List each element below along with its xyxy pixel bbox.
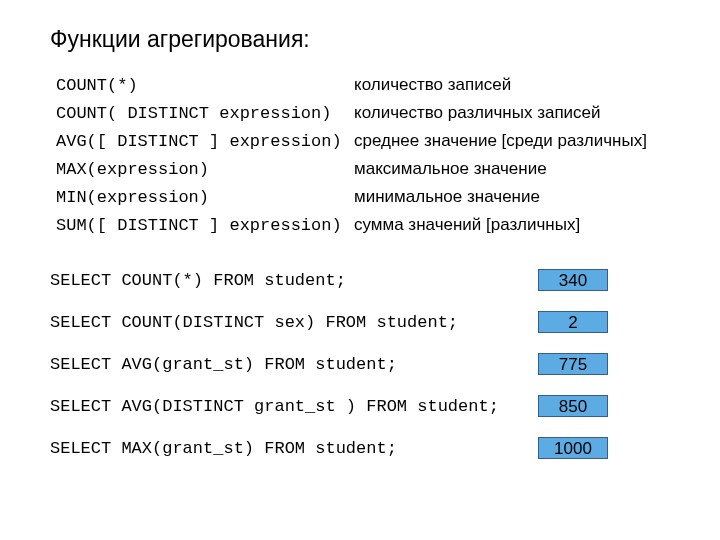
table-row: COUNT(*) количество записей — [56, 71, 647, 99]
table-row: MIN(expression) минимальное значение — [56, 183, 647, 211]
function-description: количество записей — [354, 71, 647, 99]
function-description: максимальное значение — [354, 155, 647, 183]
function-signature: MAX(expression) — [56, 155, 354, 183]
table-row: SUM([ DISTINCT ] expression) сумма значе… — [56, 211, 647, 239]
sql-query: SELECT AVG(DISTINCT grant_st ) FROM stud… — [50, 397, 538, 416]
function-signature: COUNT(*) — [56, 71, 354, 99]
query-row: SELECT COUNT(*) FROM student; 340 — [50, 269, 720, 291]
page-title: Функции агрегирования: — [50, 26, 720, 53]
sql-query: SELECT COUNT(*) FROM student; — [50, 271, 538, 290]
sql-query: SELECT COUNT(DISTINCT sex) FROM student; — [50, 313, 538, 332]
query-row: SELECT MAX(grant_st) FROM student; 1000 — [50, 437, 720, 459]
query-result: 340 — [538, 269, 608, 291]
function-description: сумма значений [различных] — [354, 211, 647, 239]
function-description: количество различных записей — [354, 99, 647, 127]
function-description: среднее значение [среди различных] — [354, 127, 647, 155]
table-row: AVG([ DISTINCT ] expression) среднее зна… — [56, 127, 647, 155]
query-row: SELECT AVG(DISTINCT grant_st ) FROM stud… — [50, 395, 720, 417]
function-signature: MIN(expression) — [56, 183, 354, 211]
query-result: 775 — [538, 353, 608, 375]
query-result: 2 — [538, 311, 608, 333]
function-signature: SUM([ DISTINCT ] expression) — [56, 211, 354, 239]
sql-query: SELECT AVG(grant_st) FROM student; — [50, 355, 538, 374]
query-row: SELECT AVG(grant_st) FROM student; 775 — [50, 353, 720, 375]
query-row: SELECT COUNT(DISTINCT sex) FROM student;… — [50, 311, 720, 333]
sql-query: SELECT MAX(grant_st) FROM student; — [50, 439, 538, 458]
function-description: минимальное значение — [354, 183, 647, 211]
query-result: 850 — [538, 395, 608, 417]
queries-list: SELECT COUNT(*) FROM student; 340 SELECT… — [50, 269, 720, 459]
functions-table: COUNT(*) количество записей COUNT( DISTI… — [56, 71, 647, 239]
table-row: COUNT( DISTINCT expression) количество р… — [56, 99, 647, 127]
query-result: 1000 — [538, 437, 608, 459]
function-signature: COUNT( DISTINCT expression) — [56, 99, 354, 127]
slide: Функции агрегирования: COUNT(*) количест… — [0, 0, 720, 459]
function-signature: AVG([ DISTINCT ] expression) — [56, 127, 354, 155]
table-row: MAX(expression) максимальное значение — [56, 155, 647, 183]
